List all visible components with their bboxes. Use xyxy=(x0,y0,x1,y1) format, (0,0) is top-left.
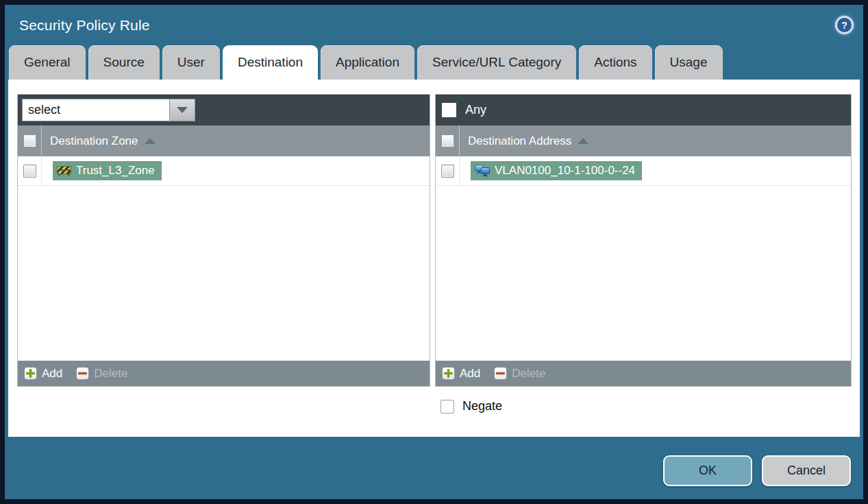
delete-zone-button[interactable]: Delete xyxy=(76,367,127,381)
address-icon xyxy=(475,165,490,177)
dialog-title: Security Policy Rule xyxy=(19,17,150,34)
dialog-footer: OK Cancel xyxy=(5,437,863,499)
zone-rows: Trust_L3_Zone xyxy=(18,156,430,361)
zone-select-dropdown[interactable]: select xyxy=(22,99,195,121)
add-address-button[interactable]: Add xyxy=(442,367,480,381)
help-icon[interactable]: ? xyxy=(835,16,854,34)
delete-icon xyxy=(494,367,507,380)
table-row: VLAN0100_10-1-100-0--24 xyxy=(436,156,851,186)
zone-row-checkbox[interactable] xyxy=(23,165,36,178)
add-label: Add xyxy=(42,367,62,381)
security-policy-rule-dialog: Security Policy Rule ? General Source Us… xyxy=(0,0,868,504)
add-label: Add xyxy=(460,367,480,381)
delete-icon xyxy=(76,367,89,380)
address-rows: VLAN0100_10-1-100-0--24 xyxy=(436,156,851,361)
zone-icon xyxy=(57,165,71,176)
delete-address-button[interactable]: Delete xyxy=(494,367,545,381)
add-icon xyxy=(24,367,37,380)
add-icon xyxy=(442,367,455,380)
destination-zone-panel: select Destination Zone xyxy=(17,94,430,387)
ok-button[interactable]: OK xyxy=(663,455,752,486)
negate-checkbox[interactable] xyxy=(441,400,454,413)
destination-address-panel: Any Destination Address xyxy=(435,94,852,387)
tab-application[interactable]: Application xyxy=(321,45,414,80)
cancel-button[interactable]: Cancel xyxy=(762,455,851,486)
tab-user[interactable]: User xyxy=(162,45,220,80)
tab-general[interactable]: General xyxy=(9,45,86,80)
address-column-title: Destination Address xyxy=(468,134,571,148)
tab-actions[interactable]: Actions xyxy=(579,45,652,80)
table-row: Trust_L3_Zone xyxy=(18,156,430,186)
address-column-sort[interactable]: Destination Address xyxy=(460,134,588,148)
chevron-down-icon[interactable] xyxy=(169,99,195,121)
address-toolbar: Add Delete xyxy=(436,361,851,386)
negate-row: Negate xyxy=(441,399,852,413)
delete-label: Delete xyxy=(94,367,127,381)
title-bar: Security Policy Rule ? xyxy=(5,5,863,45)
address-item-label: VLAN0100_10-1-100-0--24 xyxy=(495,164,635,178)
tab-service-url-category[interactable]: Service/URL Category xyxy=(417,45,576,80)
zone-toolbar: Add Delete xyxy=(18,361,430,386)
address-row-checkbox[interactable] xyxy=(441,165,454,178)
tab-destination[interactable]: Destination xyxy=(223,45,318,80)
zone-column-header-row: Destination Zone xyxy=(18,125,430,156)
address-item-vlan0100[interactable]: VLAN0100_10-1-100-0--24 xyxy=(471,161,642,180)
tab-source[interactable]: Source xyxy=(88,45,160,80)
sort-asc-icon xyxy=(145,138,156,144)
address-column-header-row: Destination Address xyxy=(436,125,851,156)
zone-column-sort[interactable]: Destination Zone xyxy=(42,134,156,148)
zone-column-title: Destination Zone xyxy=(50,134,138,148)
zone-select-bar: select xyxy=(18,95,430,125)
delete-label: Delete xyxy=(512,367,545,381)
any-bar: Any xyxy=(436,95,851,125)
select-all-addresses-checkbox[interactable] xyxy=(441,134,454,147)
negate-label: Negate xyxy=(462,399,502,413)
add-zone-button[interactable]: Add xyxy=(24,367,62,381)
destination-tab-content: select Destination Zone xyxy=(8,80,860,437)
sort-asc-icon xyxy=(578,138,588,144)
zone-select-value[interactable]: select xyxy=(22,99,169,121)
zone-item-trust-l3-zone[interactable]: Trust_L3_Zone xyxy=(53,161,162,180)
zone-item-label: Trust_L3_Zone xyxy=(76,164,155,178)
any-label: Any xyxy=(465,103,486,117)
tab-usage[interactable]: Usage xyxy=(655,45,723,80)
tab-bar: General Source User Destination Applicat… xyxy=(5,45,863,80)
select-all-zones-checkbox[interactable] xyxy=(23,134,36,147)
any-checkbox[interactable] xyxy=(442,103,456,117)
